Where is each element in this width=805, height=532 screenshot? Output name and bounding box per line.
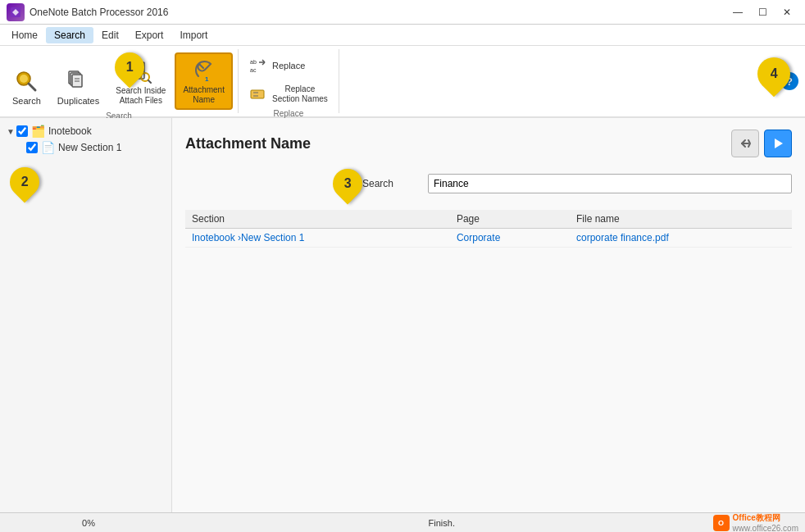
status-progress: 0% [7,518,171,528]
ribbon-btn-replace[interactable]: ab ac Replace [243,52,311,79]
col-page: Page [450,210,570,229]
window-controls[interactable]: — ☐ ✕ [726,3,798,21]
svg-marker-24 [775,139,783,148]
main-container: 2 ▼ 🗂️ Inotebook 📄 New Section 1 Attachm… [0,118,805,512]
content-header: Attachment Name [185,130,792,157]
tree-section[interactable]: 📄 New Section 1 [3,139,168,156]
menu-home[interactable]: Home [3,27,46,43]
svg-text:ac: ac [250,67,257,73]
cell-page: Corporate [450,229,570,248]
menu-bar: Home Search Edit Export Import [0,25,805,46]
status-logo: O Office教程网 www.office26.com [713,512,798,532]
svg-line-14 [148,80,151,83]
ribbon-btn-search[interactable]: Search [5,64,48,110]
minimize-button[interactable]: — [726,3,749,21]
col-filename: File name [570,210,792,229]
app-title: OneNote Batch Processor 2016 [30,7,168,18]
app-icon [7,3,25,21]
svg-text:1: 1 [205,75,209,83]
folder-icon: 🗂️ [31,125,45,138]
ribbon-btn-attachment-name[interactable]: 1 AttachmentName [175,52,233,110]
ribbon-duplicates-label: Duplicates [57,96,99,106]
search-input[interactable] [428,174,792,193]
maximize-button[interactable]: ☐ [751,3,774,21]
duplicates-icon [66,68,92,94]
title-bar-left: OneNote Batch Processor 2016 [7,3,168,21]
ribbon-group-replace: ab ac Replace Replac [239,49,339,113]
svg-point-3 [20,75,28,83]
tree-expand-icon: ▼ [7,127,16,136]
replace-section-icon [249,84,269,104]
ribbon-btn-duplicates[interactable]: Duplicates [50,64,107,110]
ribbon-btn-replace-section[interactable]: ReplaceSection Names [243,81,334,107]
ribbon-attachment-name-label: AttachmentName [183,85,225,105]
ribbon-search-label: Search [12,96,41,106]
table-body: Inotebook ›New Section 1 Corporate corpo… [185,229,792,248]
ribbon-replace-group-label: Replace [274,107,304,118]
tree-root-checkbox[interactable] [16,125,28,137]
table-row[interactable]: Inotebook ›New Section 1 Corporate corpo… [185,229,792,248]
title-bar: OneNote Batch Processor 2016 — ☐ ✕ [0,0,805,25]
play-icon [771,136,785,151]
ribbon-replace-buttons: ab ac Replace Replac [243,52,334,107]
attachment-name-icon: 1 [191,57,217,84]
ribbon-search-inside-label: Search InsideAttach Files [116,86,166,106]
menu-export[interactable]: Export [127,27,172,43]
logo-text: Office教程网 www.office26.com [733,512,798,532]
ribbon-replace-section-label: ReplaceSection Names [272,84,328,104]
ribbon-help: 4 ? [780,49,805,113]
replace-icon: ab ac [249,56,269,75]
search-icon [13,68,39,94]
cell-filename: corporate finance.pdf [570,229,792,248]
ribbon-replace-label: Replace [272,61,305,70]
page-title: Attachment Name [185,135,311,152]
office-logo-icon: O [713,515,730,531]
annotation-badge-3: 3 [327,163,369,205]
menu-import[interactable]: Import [171,27,216,43]
back-arrow-icon [738,136,753,151]
col-section: Section [185,210,450,229]
back-button[interactable] [731,130,759,157]
table-header: Section Page File name [185,210,792,229]
close-button[interactable]: ✕ [775,3,798,21]
search-row: 3 Search [185,169,792,198]
ribbon: 1 Search [0,46,805,118]
tree-root-label: Inotebook [48,125,92,137]
results-table: Section Page File name Inotebook ›New Se… [185,210,792,248]
svg-text:ab: ab [250,59,257,65]
tree-section-checkbox[interactable] [26,142,38,153]
content-actions [731,130,792,157]
status-finish: Finish. [171,518,713,528]
play-button[interactable] [764,130,792,157]
menu-edit[interactable]: Edit [93,27,127,43]
search-label: Search [362,178,428,189]
menu-search[interactable]: Search [46,27,93,43]
svg-rect-21 [251,90,264,98]
cell-section: Inotebook ›New Section 1 [185,229,450,248]
section-icon: 📄 [41,141,55,154]
tree-section-label: New Section 1 [58,142,121,153]
status-bar: 0% Finish. O Office教程网 www.office26.com [0,512,805,532]
content-area: Attachment Name [172,118,805,512]
tree-root[interactable]: ▼ 🗂️ Inotebook [3,123,168,139]
svg-line-2 [29,84,35,90]
